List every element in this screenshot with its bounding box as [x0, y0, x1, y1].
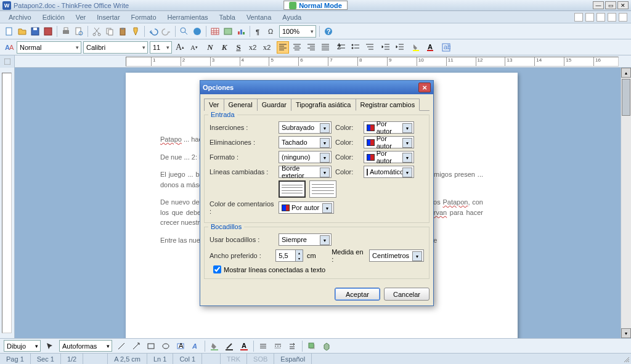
view-mode-5[interactable] [619, 13, 627, 22]
vertical-scrollbar[interactable]: ▴ ▾ [621, 68, 631, 338]
3d-icon[interactable] [321, 341, 332, 352]
dialog-titlebar[interactable]: Opciones ✕ [200, 81, 433, 94]
save-icon[interactable] [30, 26, 41, 37]
menu-ayuda[interactable]: Ayuda [277, 12, 306, 22]
new-doc-icon[interactable] [4, 26, 15, 37]
menu-ver[interactable]: Ver [71, 12, 91, 22]
insert-table-icon[interactable] [210, 26, 221, 37]
preview-left-border[interactable] [279, 180, 306, 198]
tab-registrar-cambios[interactable]: Registrar cambios [356, 99, 420, 111]
find-icon[interactable] [179, 26, 190, 37]
increase-indent-button[interactable] [394, 41, 406, 54]
close-button[interactable]: ✕ [617, 1, 629, 9]
hyperlink-icon[interactable] [192, 26, 203, 37]
insert-chart-icon[interactable] [235, 26, 246, 37]
format-painter-icon[interactable] [130, 26, 141, 37]
paste-icon[interactable] [117, 26, 128, 37]
mode-badge[interactable]: Normal Mode [283, 1, 348, 10]
eliminaciones-select[interactable]: Tachado [279, 136, 332, 148]
dialog-close-button[interactable]: ✕ [418, 83, 431, 92]
inserciones-color-select[interactable]: Por autor [364, 121, 414, 134]
ruler-scale[interactable]: 1 2 3 4 5 6 7 8 9 10 11 12 13 14 15 16 [126, 57, 619, 67]
menu-ventana[interactable]: Ventana [242, 12, 276, 22]
open-icon[interactable] [17, 26, 28, 37]
ancho-spinner[interactable]: 5,5▴▾ [275, 249, 303, 262]
align-right-button[interactable] [305, 41, 317, 54]
maximize-button[interactable]: ▭ [605, 1, 616, 9]
preview-right-border[interactable] [309, 180, 336, 198]
save-as-icon[interactable] [43, 26, 54, 37]
line-width-icon[interactable] [258, 341, 269, 352]
align-center-button[interactable] [291, 41, 303, 54]
formato-color-select[interactable]: Por autor [364, 151, 414, 163]
mostrar-lineas-checkbox[interactable] [213, 265, 221, 273]
scroll-down-button[interactable]: ▾ [621, 328, 631, 338]
menu-tabla[interactable]: Tabla [214, 12, 240, 22]
highlight-color-button[interactable] [410, 41, 422, 54]
menu-insertar[interactable]: Insertar [92, 12, 124, 22]
view-mode-4[interactable] [608, 13, 616, 22]
superscript-button[interactable]: x2 [246, 41, 259, 54]
select-arrow-icon[interactable] [44, 341, 55, 352]
menu-herramientas[interactable]: Herramientas [163, 12, 213, 22]
menu-edicion[interactable]: Edición [38, 12, 70, 22]
line-shape-icon[interactable] [116, 341, 127, 352]
tab-guardar[interactable]: Guardar [257, 99, 291, 111]
formato-select[interactable]: (ninguno) [279, 151, 332, 163]
decrease-font-icon[interactable]: A▾ [188, 41, 200, 54]
print-icon[interactable] [60, 26, 71, 37]
special-char-icon[interactable]: Ω [266, 26, 277, 37]
font-color-icon[interactable]: A [238, 341, 250, 352]
arrow-shape-icon[interactable] [131, 341, 142, 352]
char-format-button[interactable]: abc [440, 41, 452, 54]
autoformas-select[interactable]: Autoformas [59, 340, 112, 352]
align-left-button[interactable] [277, 41, 289, 54]
redo-icon[interactable] [161, 26, 172, 37]
view-mode-1[interactable] [574, 13, 583, 22]
status-trk[interactable]: TRK [221, 354, 247, 364]
font-select[interactable]: Calibri [83, 41, 148, 54]
line-color-icon[interactable] [224, 341, 235, 352]
view-mode-3[interactable] [596, 13, 605, 22]
textbox-icon[interactable]: A [175, 341, 186, 352]
styles-panel-icon[interactable]: AA [4, 42, 15, 53]
tab-ver[interactable]: Ver [204, 99, 224, 111]
oval-shape-icon[interactable] [160, 341, 171, 352]
line-style-icon[interactable] [272, 341, 283, 352]
undo-icon[interactable] [148, 26, 159, 37]
scroll-up-button[interactable]: ▴ [621, 68, 631, 78]
resize-grip-icon[interactable] [621, 354, 631, 364]
insert-image-icon[interactable] [222, 26, 234, 37]
status-sob[interactable]: SOB [247, 354, 274, 364]
wordart-icon[interactable]: A [190, 341, 201, 352]
cancel-button[interactable]: Cancelar [384, 288, 429, 301]
lineas-color-select[interactable]: Automático [364, 166, 414, 178]
shadow-icon[interactable] [306, 341, 317, 352]
view-mode-2[interactable] [585, 13, 594, 22]
tab-tipografia[interactable]: Tipografía asiática [291, 99, 356, 111]
underline-button[interactable]: S [232, 41, 245, 54]
rect-shape-icon[interactable] [145, 341, 157, 352]
print-preview-icon[interactable] [73, 26, 84, 37]
help-icon[interactable]: ? [323, 26, 334, 37]
bullet-list-button[interactable] [349, 41, 362, 54]
fill-color-icon[interactable] [209, 341, 220, 352]
decrease-indent-button[interactable] [380, 41, 392, 54]
align-justify-button[interactable] [319, 41, 332, 54]
bold-button[interactable]: N [204, 41, 216, 54]
inserciones-select[interactable]: Subrayado [279, 121, 332, 134]
subscript-button[interactable]: x2 [261, 41, 273, 54]
dibujo-select[interactable]: Dibujo [4, 340, 41, 352]
paragraph-marks-icon[interactable]: ¶ [253, 26, 264, 37]
cut-icon[interactable] [91, 26, 102, 37]
menu-archivo[interactable]: Archivo [4, 12, 36, 22]
style-select[interactable]: Normal [17, 41, 81, 54]
menu-formato[interactable]: Formato [126, 12, 161, 22]
medida-select[interactable]: Centímetros [369, 249, 424, 262]
italic-button[interactable]: K [218, 41, 230, 54]
font-color-button[interactable]: A [424, 41, 436, 54]
copy-icon[interactable] [104, 26, 115, 37]
eliminaciones-color-select[interactable]: Por autor [364, 136, 414, 148]
numbered-list-button[interactable]: 12 [335, 41, 348, 54]
minimize-button[interactable]: — [593, 1, 604, 9]
